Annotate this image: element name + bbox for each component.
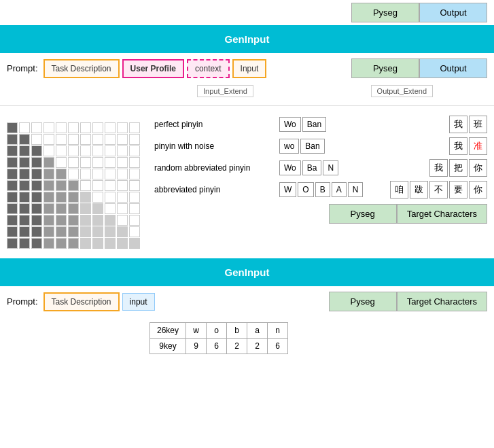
char-1-1: 准 [469, 137, 487, 155]
matrix-cell [19, 157, 30, 168]
matrix-cell [105, 134, 116, 145]
matrix-cell [80, 215, 91, 226]
pyseg-target-row: Pyseg Target Characters [154, 204, 487, 224]
pinyin-tokens-3: W O B A N [279, 182, 382, 197]
matrix-cell [68, 134, 79, 145]
matrix-cell [117, 157, 128, 168]
matrix-cell [92, 215, 103, 226]
matrix-cell [31, 157, 42, 168]
char-3-4: 你 [469, 181, 487, 199]
matrix-cell [129, 134, 140, 145]
matrix-cell [117, 169, 128, 179]
pinyin-label-2: random abbreviated pinyin [154, 163, 277, 173]
matrix-cell [80, 169, 91, 179]
matrix-cell [68, 122, 79, 133]
matrix-cell [129, 238, 140, 249]
matrix-cell [43, 238, 54, 249]
matrix-cell [129, 157, 140, 168]
matrix-cell [117, 203, 128, 214]
pinyin-tokens-1: wo Ban [279, 139, 441, 154]
matrix-cell [80, 122, 91, 133]
matrix-cell [105, 145, 116, 156]
matrix-cell [19, 134, 30, 145]
token-2-1: Ba [302, 160, 322, 175]
input-tag-1: Input [232, 59, 267, 78]
token-2-2: N [323, 160, 338, 175]
prompt-pyseg-2: Pyseg [329, 292, 397, 311]
matrix-cell [43, 122, 54, 133]
matrix-cell [92, 180, 103, 191]
matrix-cell [31, 203, 42, 214]
matrix-cell [92, 192, 103, 203]
matrix-cell [129, 180, 140, 191]
matrix-cell [68, 157, 79, 168]
matrix-cell [68, 192, 79, 203]
pinyin-row-0: perfect pinyin Wo Ban 我 班 [154, 116, 487, 133]
pinyin-tokens-0: Wo Ban [279, 117, 441, 132]
matrix-cell [129, 203, 140, 214]
token-3-2: B [315, 182, 330, 197]
matrix-cell [56, 134, 67, 145]
extend-labels-row: Input_Extend Output_Extend [0, 84, 494, 103]
matrix-cell [68, 226, 79, 237]
char-2-1: 把 [449, 159, 467, 177]
prompt-label-1: Prompt: [7, 63, 38, 73]
matrix-cell [68, 238, 79, 249]
token-3-4: N [348, 182, 364, 197]
matrix-cell [19, 122, 30, 133]
matrix-cell [105, 238, 116, 249]
matrix-cell [92, 203, 103, 214]
matrix-cell [7, 134, 18, 145]
matrix-cell [7, 122, 18, 133]
matrix-cell [92, 157, 103, 168]
key-9-4: 6 [268, 339, 288, 354]
matrix-cell [105, 192, 116, 203]
pinyin-tokens-2: Wo Ba N [279, 160, 421, 175]
char-3-1: 跋 [410, 181, 428, 199]
key-row-26: 26key w o b a n [150, 323, 288, 339]
task-desc-tag-2: Task Description [43, 292, 120, 311]
matrix-cell [43, 226, 54, 237]
top-output-label: Output [440, 7, 466, 18]
matrix-cell [80, 157, 91, 168]
matrix-cell [105, 180, 116, 191]
matrix-grid [7, 122, 141, 249]
matrix-cell [31, 238, 42, 249]
key-label-9: 9key [150, 339, 186, 354]
matrix-cell [56, 180, 67, 191]
matrix-cell [43, 203, 54, 214]
matrix-cell [56, 192, 67, 203]
pinyin-label-1: pinyin with noise [154, 141, 277, 151]
user-profile-tag: User Profile [122, 59, 184, 78]
matrix-cell [7, 169, 18, 179]
matrix-cell [31, 134, 42, 145]
matrix-cell [117, 226, 128, 237]
char-2-0: 我 [429, 159, 448, 177]
matrix-cell [68, 145, 79, 156]
middle-target-box: Target Characters [397, 204, 487, 224]
key-26-a: a [247, 323, 268, 339]
matrix-cell [31, 145, 42, 156]
char-3-2: 不 [429, 181, 448, 199]
prompt-label-2: Prompt: [7, 296, 38, 307]
matrix-cell [129, 169, 140, 179]
key-26-b: b [227, 323, 247, 339]
matrix-cell [19, 180, 30, 191]
geninput-bar-2: GenInput [0, 258, 494, 286]
pinyin-table: perfect pinyin Wo Ban 我 班 pinyin with no… [154, 116, 487, 224]
matrix-cell [117, 180, 128, 191]
pinyin-row-2: random abbreviated pinyin Wo Ba N 我 把 你 [154, 159, 487, 177]
matrix-cell [129, 122, 140, 133]
matrix-cell [68, 203, 79, 214]
matrix-cell [105, 215, 116, 226]
key-26-n: n [268, 323, 288, 339]
matrix-cell [105, 122, 116, 133]
char-tokens-1: 我 准 [449, 137, 487, 155]
matrix-cell [43, 157, 54, 168]
key-table: 26key w o b a n 9key 9 6 2 2 6 [149, 322, 288, 354]
matrix-cell [105, 157, 116, 168]
matrix-cell [43, 192, 54, 203]
token-3-0: W [279, 182, 296, 197]
token-0-0: Wo [279, 117, 301, 132]
matrix-cell [80, 238, 91, 249]
